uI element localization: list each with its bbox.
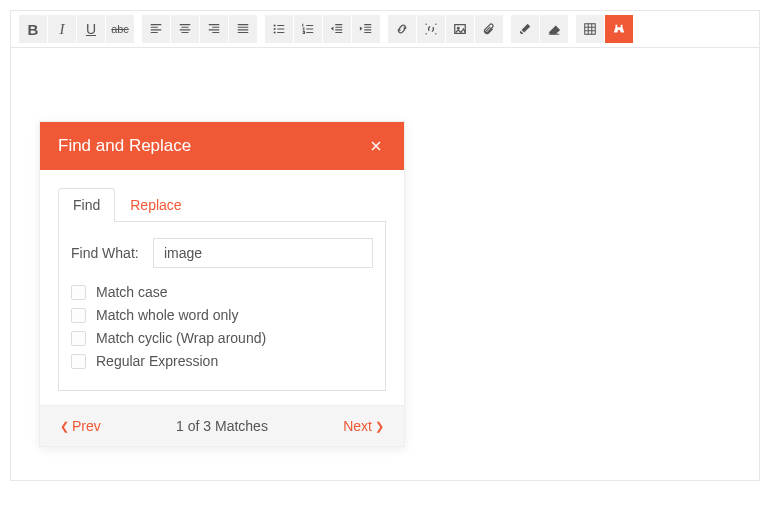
align-left-button[interactable] xyxy=(142,15,170,43)
wrap-checkbox[interactable] xyxy=(71,331,86,346)
table-button[interactable] xyxy=(576,15,604,43)
dialog-body: Find Replace Find What: Match case Match… xyxy=(40,170,404,391)
align-right-icon xyxy=(207,22,221,36)
strike-button[interactable]: abc xyxy=(106,15,134,43)
svg-point-4 xyxy=(457,27,459,29)
toolbar: B I U abc xyxy=(11,11,759,48)
align-center-icon xyxy=(178,22,192,36)
paperclip-icon xyxy=(482,22,496,36)
find-replace-dialog: Find and Replace Find Replace Find What:… xyxy=(39,121,405,447)
dialog-tabstrip: Find Replace xyxy=(58,188,386,222)
ordered-list-button[interactable] xyxy=(294,15,322,43)
svg-rect-5 xyxy=(585,24,596,35)
image-button[interactable] xyxy=(446,15,474,43)
whole-word-row[interactable]: Match whole word only xyxy=(71,307,373,323)
find-tab-pane: Find What: Match case Match whole word o… xyxy=(58,221,386,391)
match-case-row[interactable]: Match case xyxy=(71,284,373,300)
unlink-icon xyxy=(424,22,438,36)
strike-label: abc xyxy=(111,23,129,35)
ordered-list-icon xyxy=(301,22,315,36)
table-icon xyxy=(583,22,597,36)
svg-point-0 xyxy=(274,24,276,26)
dialog-close-button[interactable] xyxy=(366,138,386,154)
format-group xyxy=(511,15,568,43)
alignment-group xyxy=(142,15,257,43)
regex-checkbox[interactable] xyxy=(71,354,86,369)
whole-word-checkbox[interactable] xyxy=(71,308,86,323)
underline-button[interactable]: U xyxy=(77,15,105,43)
align-center-button[interactable] xyxy=(171,15,199,43)
chevron-left-icon: ❮ xyxy=(60,420,69,433)
editor-container: B I U abc xyxy=(10,10,760,481)
find-what-row: Find What: xyxy=(71,238,373,268)
find-what-input[interactable] xyxy=(153,238,373,268)
find-what-label: Find What: xyxy=(71,245,153,261)
regex-label: Regular Expression xyxy=(96,353,218,369)
align-left-icon xyxy=(149,22,163,36)
binoculars-icon xyxy=(612,22,626,36)
whole-word-label: Match whole word only xyxy=(96,307,238,323)
wrap-label: Match cyclic (Wrap around) xyxy=(96,330,266,346)
align-justify-icon xyxy=(236,22,250,36)
format-painter-button[interactable] xyxy=(511,15,539,43)
unlink-button[interactable] xyxy=(417,15,445,43)
chevron-right-icon: ❯ xyxy=(375,420,384,433)
indent-icon xyxy=(359,22,373,36)
outdent-icon xyxy=(330,22,344,36)
clear-format-button[interactable] xyxy=(540,15,568,43)
link-button[interactable] xyxy=(388,15,416,43)
attachment-button[interactable] xyxy=(475,15,503,43)
dialog-titlebar[interactable]: Find and Replace xyxy=(40,122,404,170)
unordered-list-icon xyxy=(272,22,286,36)
align-justify-button[interactable] xyxy=(229,15,257,43)
indent-button[interactable] xyxy=(352,15,380,43)
list-group xyxy=(265,15,380,43)
bold-label: B xyxy=(28,21,39,38)
insert-group xyxy=(388,15,503,43)
eraser-icon xyxy=(547,22,561,36)
align-right-button[interactable] xyxy=(200,15,228,43)
unordered-list-button[interactable] xyxy=(265,15,293,43)
italic-button[interactable]: I xyxy=(48,15,76,43)
next-button[interactable]: Next ❯ xyxy=(343,418,384,434)
tab-replace[interactable]: Replace xyxy=(115,188,196,222)
match-case-checkbox[interactable] xyxy=(71,285,86,300)
tab-find[interactable]: Find xyxy=(58,188,115,222)
regex-row[interactable]: Regular Expression xyxy=(71,353,373,369)
next-label: Next xyxy=(343,418,372,434)
underline-label: U xyxy=(86,21,96,37)
close-icon xyxy=(371,141,381,151)
brush-icon xyxy=(518,22,532,36)
image-icon xyxy=(453,22,467,36)
match-counter: 1 of 3 Matches xyxy=(176,418,268,434)
dialog-title-text: Find and Replace xyxy=(58,136,191,156)
italic-label: I xyxy=(60,21,65,38)
svg-point-2 xyxy=(274,31,276,33)
font-style-group: B I U abc xyxy=(19,15,134,43)
dialog-footer: ❮ Prev 1 of 3 Matches Next ❯ xyxy=(40,405,404,446)
link-icon xyxy=(395,22,409,36)
prev-label: Prev xyxy=(72,418,101,434)
wrap-row[interactable]: Match cyclic (Wrap around) xyxy=(71,330,373,346)
table-group xyxy=(576,15,633,43)
svg-point-1 xyxy=(274,28,276,30)
prev-button[interactable]: ❮ Prev xyxy=(60,418,101,434)
bold-button[interactable]: B xyxy=(19,15,47,43)
find-replace-button[interactable] xyxy=(605,15,633,43)
outdent-button[interactable] xyxy=(323,15,351,43)
match-case-label: Match case xyxy=(96,284,168,300)
